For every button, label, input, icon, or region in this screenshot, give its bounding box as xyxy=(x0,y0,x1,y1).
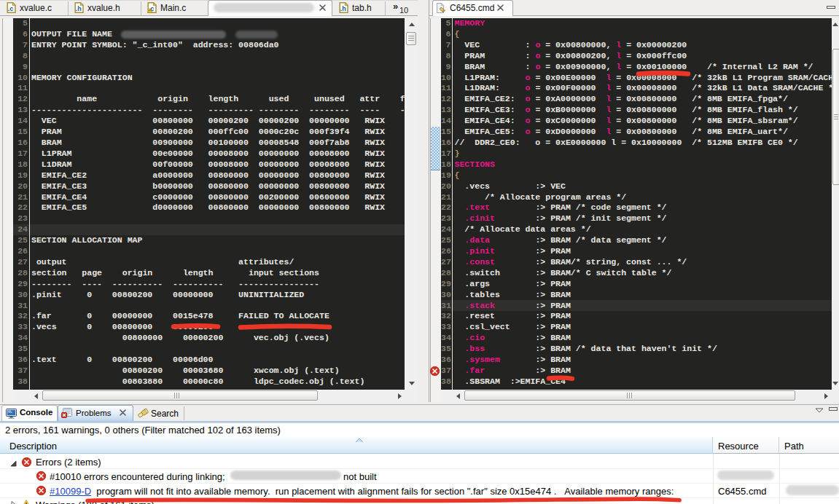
svg-text:.h: .h xyxy=(76,5,82,12)
svg-text:.h: .h xyxy=(340,5,346,12)
svg-text:.c: .c xyxy=(8,5,14,12)
